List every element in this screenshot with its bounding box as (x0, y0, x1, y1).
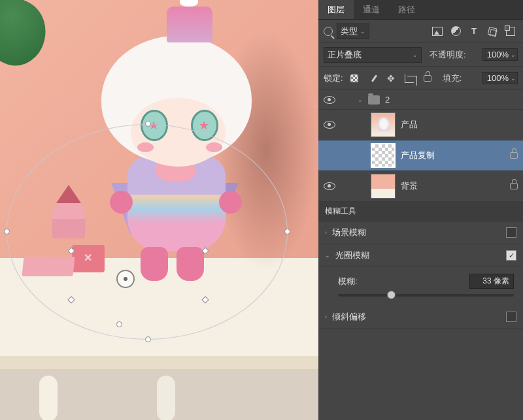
visibility-icon[interactable] (324, 96, 335, 104)
lock-label: 锁定: (324, 73, 343, 84)
blur-amount-label: 模糊: (338, 276, 358, 287)
fill-input[interactable]: 100% ⌄ (482, 72, 518, 84)
chevron-down-icon: ⌄ (360, 28, 365, 35)
expand-icon[interactable]: › (325, 314, 327, 320)
filter-adjustment-icon[interactable] (448, 24, 463, 39)
blur-tools-panel: 模糊工具 › 场景模糊 ⌄ 光圈模糊 ✓ 模糊: 33 像素 › 倾斜偏移 (318, 202, 523, 420)
lock-position-icon[interactable]: ✥ (384, 71, 398, 86)
iris-blur-label: 光圈模糊 (335, 250, 369, 261)
iris-blur-handle[interactable] (145, 336, 151, 342)
visibility-icon[interactable] (324, 121, 335, 129)
scene-block-house (52, 199, 85, 238)
filter-pixel-icon[interactable] (430, 24, 445, 39)
field-blur-toggle[interactable] (506, 227, 516, 238)
blur-amount-input[interactable]: 33 像素 (469, 274, 514, 289)
scene-doll-blush (206, 142, 222, 152)
opacity-label: 不透明度: (430, 49, 466, 61)
scene-table-edge (0, 356, 318, 369)
expand-icon[interactable]: ⌄ (358, 97, 363, 103)
iris-blur-amount-row: 模糊: 33 像素 (318, 267, 523, 306)
blur-amount-slider[interactable] (338, 294, 514, 297)
layer-group-row[interactable]: ⌄ 2 (318, 90, 523, 110)
iris-blur-handle[interactable] (145, 121, 151, 127)
tilt-shift-group[interactable]: › 倾斜偏移 (318, 306, 523, 329)
panel-tabs: 图层 通道 路径 (318, 0, 523, 20)
field-blur-label: 场景模糊 (332, 227, 366, 238)
layer-thumbnail[interactable] (371, 143, 396, 168)
lock-row: 锁定: ✥ 填充: 100% ⌄ (318, 67, 523, 90)
blur-tools-title: 模糊工具 (318, 202, 523, 221)
blend-mode-row: 正片叠底 ⌄ 不透明度: 100% ⌄ (318, 43, 523, 67)
layers-panel: 图层 通道 路径 类型 ⌄ T 正片叠底 ⌄ 不透明度: 100% ⌄ 锁定: … (318, 0, 523, 420)
chevron-down-icon: ⌄ (511, 75, 516, 82)
scene-block-bar (22, 257, 75, 276)
fill-value: 100% (487, 73, 509, 83)
scene-table-leg (39, 376, 58, 420)
slider-thumb[interactable] (387, 291, 396, 299)
opacity-value: 100% (487, 50, 509, 59)
scene-doll-hand (110, 191, 133, 214)
field-blur-group[interactable]: › 场景模糊 (318, 221, 523, 244)
layer-name[interactable]: 背景 (401, 180, 418, 192)
lock-pixels-icon[interactable] (365, 71, 380, 86)
layer-name[interactable]: 产品 (401, 119, 418, 131)
scene-block-cube (72, 245, 105, 272)
iris-blur-group[interactable]: ⌄ 光圈模糊 ✓ (318, 244, 523, 267)
layer-thumbnail[interactable] (371, 112, 396, 137)
scene-doll-eye (191, 110, 218, 141)
collapse-icon[interactable]: ⌄ (325, 252, 330, 259)
filter-type-dropdown[interactable]: 类型 ⌄ (337, 24, 369, 39)
iris-blur-roundness-handle[interactable] (116, 321, 122, 327)
lock-icon[interactable] (510, 183, 518, 189)
canvas-viewport[interactable] (0, 0, 318, 420)
scene-doll-boot (141, 247, 168, 281)
scene-table-leg (157, 376, 175, 420)
filter-smart-icon[interactable] (503, 24, 518, 39)
lock-all-icon[interactable] (420, 71, 435, 86)
scene-doll-hat (167, 7, 212, 42)
iris-blur-handle[interactable] (284, 229, 290, 234)
fill-label: 填充: (443, 73, 462, 84)
scene-doll-boot (177, 247, 204, 281)
expand-icon[interactable]: › (325, 229, 327, 236)
layer-name[interactable]: 产品复制 (401, 150, 435, 161)
tilt-shift-toggle[interactable] (506, 312, 516, 322)
layer-row-product-copy[interactable]: 产品复制 (318, 140, 523, 171)
folder-icon (368, 95, 380, 105)
tab-layers[interactable]: 图层 (318, 0, 354, 19)
chevron-down-icon: ⌄ (413, 52, 418, 58)
scene-doll-eye (141, 110, 168, 141)
layer-thumbnail[interactable] (371, 174, 396, 199)
opacity-input[interactable]: 100% ⌄ (482, 48, 518, 61)
filter-type-icon[interactable]: T (467, 24, 481, 39)
scene-doll-hand (219, 191, 242, 214)
tab-channels[interactable]: 通道 (354, 0, 389, 19)
layer-row-product[interactable]: 产品 (318, 110, 523, 140)
chevron-down-icon: ⌄ (511, 52, 516, 58)
lock-icon[interactable] (510, 152, 518, 159)
blend-mode-dropdown[interactable]: 正片叠底 ⌄ (324, 47, 422, 63)
filter-shape-icon[interactable] (485, 24, 499, 39)
search-icon (324, 27, 333, 36)
layer-name[interactable]: 2 (385, 95, 390, 105)
iris-blur-toggle[interactable]: ✓ (506, 250, 516, 261)
tilt-shift-label: 倾斜偏移 (332, 311, 366, 323)
blend-mode-value: 正片叠底 (328, 49, 362, 61)
iris-blur-handle[interactable] (4, 229, 10, 234)
visibility-icon[interactable] (324, 182, 335, 190)
iris-blur-center-pin[interactable] (116, 270, 135, 288)
scene-doll-blush (137, 142, 154, 152)
layer-filter-row: 类型 ⌄ T (318, 20, 523, 43)
filter-type-label: 类型 (341, 25, 358, 37)
layers-list: ⌄ 2 产品 产品复制 背景 (318, 90, 523, 202)
layer-row-background[interactable]: 背景 (318, 171, 523, 202)
lock-artboard-icon[interactable] (402, 71, 416, 86)
lock-transparency-icon[interactable] (347, 71, 362, 86)
tab-paths[interactable]: 路径 (389, 0, 424, 19)
